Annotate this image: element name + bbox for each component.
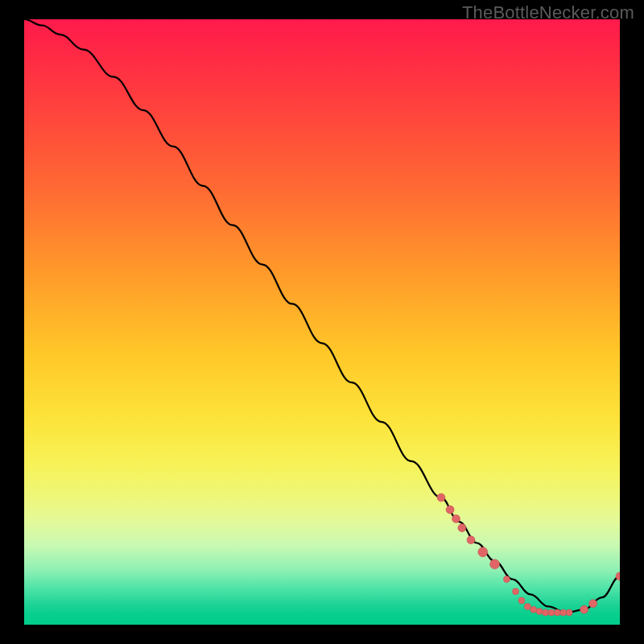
data-point: [560, 609, 567, 616]
data-point: [518, 597, 525, 604]
data-point: [458, 524, 466, 532]
data-point: [580, 605, 588, 613]
data-point: [536, 608, 543, 614]
data-point: [566, 609, 572, 616]
data-point: [437, 493, 445, 502]
bottleneck-curve: [24, 19, 620, 613]
data-point: [554, 609, 560, 616]
data-point: [503, 576, 510, 583]
plot-area: [24, 19, 620, 625]
data-point: [446, 506, 454, 514]
data-point: [452, 514, 460, 522]
data-point: [513, 588, 519, 595]
chart-overlay: [24, 19, 620, 625]
watermark-text: TheBottleNecker.com: [462, 2, 634, 23]
data-point: [490, 559, 500, 569]
data-point: [548, 609, 555, 616]
data-point: [530, 606, 537, 613]
data-point: [589, 600, 597, 608]
data-point: [524, 603, 530, 609]
data-point: [478, 547, 488, 557]
data-point: [467, 536, 475, 544]
chart-frame: TheBottleNecker.com: [0, 0, 644, 644]
data-point: [543, 609, 549, 616]
